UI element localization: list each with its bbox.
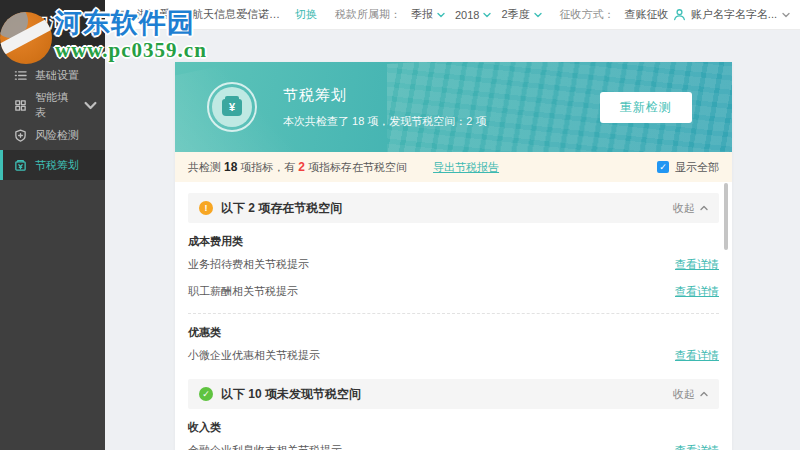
item-label: 职工薪酬相关节税提示 (188, 284, 298, 299)
safebox-icon (14, 159, 27, 172)
tax-saving-card: ¥ 节税筹划 本次共检查了 18 项，发现节税空间：2 项 重新检测 共检测 1… (175, 62, 732, 450)
switch-company-link[interactable]: 切换 (295, 7, 317, 22)
period-quarter-value: 2季度 (501, 7, 529, 22)
view-detail-link[interactable]: 查看详情 (675, 257, 719, 272)
issue-count: 2 (298, 160, 305, 174)
shield-icon (14, 129, 27, 142)
saving-item-row: 业务招待费相关节税提示 查看详情 (188, 251, 719, 278)
recheck-button[interactable]: 重新检测 (600, 92, 692, 123)
logo-ring-icon (6, 10, 31, 35)
app-window: 智汇算 基础设置 智能填表 风险检测 节税筹划 (0, 0, 800, 450)
section-header-no-savings: ✓ 以下 10 项未发现节税空间 收起 (188, 379, 719, 409)
main-content: ¥ 节税筹划 本次共检查了 18 项，发现节税空间：2 项 重新检测 共检测 1… (105, 30, 800, 450)
account-menu[interactable]: 账户名字名字名... (673, 7, 790, 22)
user-icon (673, 8, 686, 21)
chevron-down-icon (84, 99, 97, 112)
item-label: 业务招待费相关节税提示 (188, 257, 309, 272)
collection-method-label: 征收方式： (560, 7, 615, 22)
chevron-down-icon (534, 12, 542, 18)
item-label: 小微企业优惠相关节税提示 (188, 348, 320, 363)
total-count: 18 (224, 160, 237, 174)
period-quarter-select[interactable]: 2季度 (501, 7, 541, 22)
sidebar-item-label: 智能填表 (35, 90, 76, 120)
sidebar-item-risk-check[interactable]: 风险检测 (0, 120, 105, 150)
tax-period-label: 税款所属期： (335, 7, 401, 22)
collapse-toggle[interactable]: 收起 (673, 201, 708, 216)
sidebar-item-tax-saving[interactable]: 节税筹划 (0, 150, 105, 180)
period-year-value: 2018 (455, 9, 479, 21)
stats-suffix: 项指标存在节税空间 (308, 160, 407, 175)
saving-item-row: 职工薪酬相关节税提示 查看详情 (188, 278, 719, 305)
collapse-toggle[interactable]: 收起 (673, 387, 708, 402)
tax-saving-banner: ¥ 节税筹划 本次共检查了 18 项，发现节税空间：2 项 重新检测 (175, 62, 732, 152)
category-label: 成本费用类 (188, 234, 719, 249)
grid-icon (14, 99, 27, 112)
view-detail-link[interactable]: 查看详情 (675, 348, 719, 363)
section-header-has-savings: ! 以下 2 项存在节税空间 收起 (188, 193, 719, 223)
period-year-select[interactable]: 2018 (455, 9, 491, 21)
view-detail-link[interactable]: 查看详情 (675, 443, 719, 450)
item-label: 金融企业利息收支相关节税提示 (188, 443, 342, 450)
saving-item-row: 金融企业利息收支相关节税提示 查看详情 (188, 437, 719, 450)
scrollbar-thumb[interactable] (724, 183, 728, 250)
success-circle-icon: ✓ (199, 387, 213, 401)
stats-middle: 项指标，有 (240, 160, 295, 175)
view-detail-link[interactable]: 查看详情 (675, 284, 719, 299)
category-label: 收入类 (188, 420, 719, 435)
sidebar-nav: 基础设置 智能填表 风险检测 节税筹划 (0, 46, 105, 180)
show-all-label: 显示全部 (675, 160, 719, 175)
list-icon (14, 69, 27, 82)
logo-text: 智汇算 (34, 14, 79, 32)
chevron-down-icon (782, 12, 790, 18)
stats-bar: 共检测 18 项指标，有 2 项指标存在节税空间 导出节税报告 ✓ 显示全部 (175, 152, 732, 182)
warning-circle-icon: ! (199, 201, 213, 215)
export-report-link[interactable]: 导出节税报告 (433, 160, 499, 175)
app-logo: 智汇算 (0, 0, 105, 46)
chevron-up-icon (700, 205, 708, 211)
collection-method-value: 查账征收 (625, 7, 669, 22)
sections-body: ! 以下 2 项存在节税空间 收起 成本费用类 业务招待费相关节税提示 查看详情… (175, 182, 732, 450)
checkbox-checked-icon[interactable]: ✓ (657, 161, 669, 173)
chevron-down-icon (437, 12, 445, 18)
period-type-value: 季报 (411, 7, 433, 22)
section-title: 以下 10 项未发现节税空间 (221, 386, 361, 403)
chevron-down-icon (483, 12, 491, 18)
banner-subtitle: 本次共检查了 18 项，发现节税空间：2 项 (283, 114, 487, 129)
saving-item-row: 小微企业优惠相关节税提示 查看详情 (188, 342, 719, 369)
section-title: 以下 2 项存在节税空间 (221, 200, 342, 217)
moneybox-circle-icon: ¥ (207, 82, 257, 132)
sidebar: 智汇算 基础设置 智能填表 风险检测 节税筹划 (0, 0, 105, 450)
yen-safebox-icon: ¥ (222, 99, 242, 116)
show-all-checkbox[interactable]: ✓ 显示全部 (657, 160, 719, 175)
stats-prefix: 共检测 (188, 160, 221, 175)
dashed-divider (188, 313, 719, 314)
sidebar-collapse-icon[interactable] (115, 9, 129, 21)
account-name: 账户名字名字名... (691, 7, 777, 22)
page-title: 节税筹划 (283, 86, 487, 105)
company-name: 浙江爱信诺航天信息爱信诺航天信息有限公... (137, 7, 287, 22)
category-label: 优惠类 (188, 325, 719, 340)
sidebar-item-smart-forms[interactable]: 智能填表 (0, 90, 105, 120)
topbar: 浙江爱信诺航天信息爱信诺航天信息有限公... 切换 税款所属期： 季报 2018… (105, 0, 800, 30)
sidebar-item-label: 节税筹划 (35, 158, 79, 173)
chevron-up-icon (700, 391, 708, 397)
sidebar-item-label: 基础设置 (35, 68, 79, 83)
period-type-select[interactable]: 季报 (411, 7, 445, 22)
sidebar-item-label: 风险检测 (35, 128, 79, 143)
sidebar-item-basic-settings[interactable]: 基础设置 (0, 60, 105, 90)
